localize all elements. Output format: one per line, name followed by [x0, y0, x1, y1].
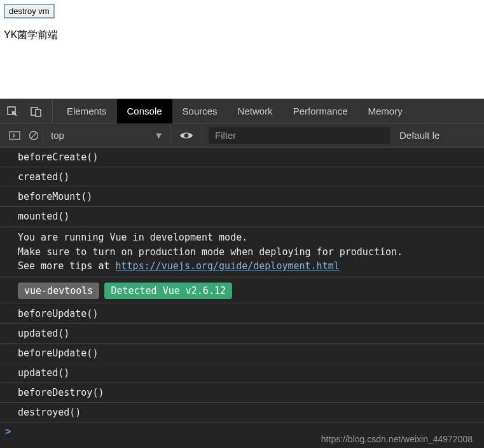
- log-line: created(): [0, 167, 484, 187]
- devtools-panel: Elements Console Sources Network Perform…: [0, 99, 484, 448]
- log-line: beforeDestroy(): [0, 383, 484, 403]
- warning-line2: Make sure to turn on production mode whe…: [18, 246, 403, 258]
- log-vue-warning: You are running Vue in development mode.…: [0, 227, 484, 278]
- devtools-tabs-bar: Elements Console Sources Network Perform…: [0, 99, 484, 123]
- tab-console[interactable]: Console: [117, 99, 172, 123]
- log-line: destroyed(): [0, 403, 484, 423]
- watermark-text: https://blog.csdn.net/weixin_44972008: [321, 434, 473, 444]
- log-line: beforeUpdate(): [0, 344, 484, 363]
- tab-network[interactable]: Network: [228, 99, 283, 123]
- svg-rect-2: [36, 109, 41, 116]
- log-line: beforeCreate(): [0, 148, 484, 167]
- log-devtools-badge-row: vue-devtools Detected Vue v2.6.12: [0, 278, 484, 304]
- svg-line-5: [31, 132, 36, 138]
- log-level-selector[interactable]: Default le: [396, 130, 439, 141]
- device-toggle-icon[interactable]: [24, 99, 48, 123]
- clear-console-icon[interactable]: [24, 126, 43, 145]
- log-line: beforeUpdate(): [0, 304, 484, 324]
- vue-devtools-badge: vue-devtools: [18, 283, 99, 299]
- console-toolbar: top ▼ Default le: [0, 123, 484, 148]
- warning-line1: You are running Vue in development mode.: [18, 232, 247, 243]
- filter-input[interactable]: [209, 127, 390, 144]
- tab-sources[interactable]: Sources: [172, 99, 228, 123]
- context-label: top: [51, 130, 64, 141]
- sidebar-toggle-icon[interactable]: [5, 126, 24, 145]
- log-line: updated(): [0, 324, 484, 344]
- vue-detected-badge: Detected Vue v2.6.12: [104, 283, 232, 299]
- log-line: beforeMount(): [0, 187, 484, 207]
- context-selector[interactable]: top ▼: [43, 123, 170, 148]
- svg-point-6: [184, 133, 188, 137]
- log-line: updated(): [0, 363, 484, 383]
- inspect-icon[interactable]: [0, 99, 24, 123]
- chevron-down-icon: ▼: [154, 130, 163, 141]
- vue-guide-link[interactable]: https://vuejs.org/guide/deployment.html: [116, 260, 340, 272]
- live-expression-icon[interactable]: [170, 123, 202, 148]
- tab-performance[interactable]: Performance: [283, 99, 358, 123]
- console-output: beforeCreate() created() beforeMount() m…: [0, 148, 484, 448]
- tab-elements[interactable]: Elements: [57, 99, 117, 123]
- warning-line3-prefix: See more tips at: [18, 260, 116, 272]
- tab-memory[interactable]: Memory: [358, 99, 413, 123]
- page-body-text: YK菌学前端: [4, 29, 481, 42]
- destroy-vm-button[interactable]: destroy vm: [4, 4, 55, 18]
- page-content: destroy vm YK菌学前端: [0, 0, 484, 99]
- log-line: mounted(): [0, 207, 484, 227]
